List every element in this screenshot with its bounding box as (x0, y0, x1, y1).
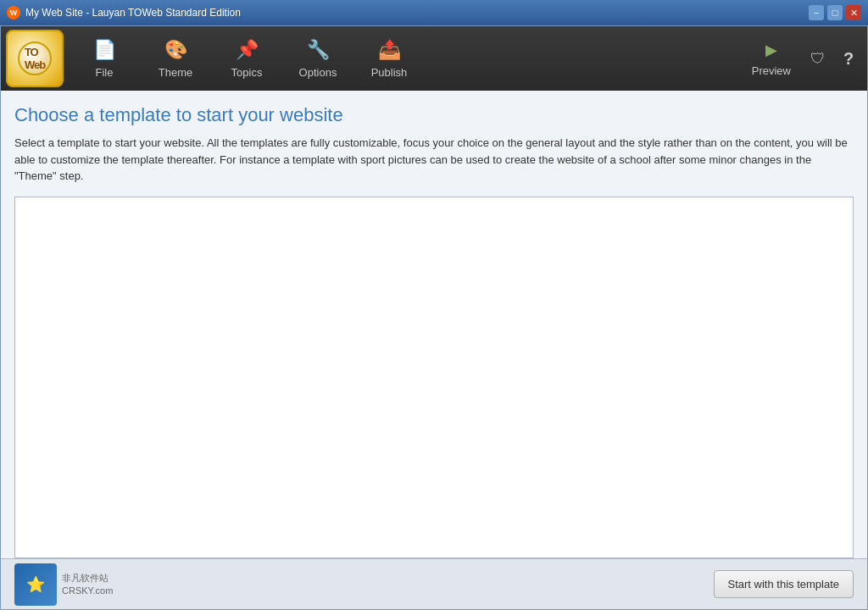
app-icon: W (7, 6, 20, 19)
shield-button[interactable]: 🛡 (804, 45, 832, 72)
nav-item-options[interactable]: 🔧 Options (284, 30, 352, 87)
topics-icon: 📌 (236, 39, 259, 61)
logo-circle: TOWeb (18, 42, 52, 75)
nav-item-theme[interactable]: 🎨 Theme (142, 30, 209, 87)
bottom-bar: ⭐ 非凡软件站CRSKY.com Start with this templat… (1, 558, 867, 609)
window-title: My Web Site - Lauyan TOWeb Standard Edit… (25, 7, 241, 19)
title-bar: W My Web Site - Lauyan TOWeb Standard Ed… (0, 0, 868, 25)
shield-icon: 🛡 (810, 50, 826, 68)
preview-label: Preview (752, 64, 791, 77)
options-icon: 🔧 (307, 39, 330, 61)
topics-label: Topics (231, 66, 263, 79)
theme-icon: 🎨 (164, 39, 187, 61)
page-description: Select a template to start your website.… (14, 135, 854, 185)
crsky-logo-icon: ⭐ (26, 575, 45, 594)
file-icon: 📄 (93, 39, 116, 61)
start-template-button[interactable]: Start with this template (714, 570, 854, 598)
close-button[interactable]: ✕ (846, 5, 861, 20)
toolbar: TOWeb 📄 File 🎨 Theme 📌 Topics 🔧 Options … (1, 26, 867, 91)
crsky-logo: ⭐ (14, 563, 57, 606)
app-window: TOWeb 📄 File 🎨 Theme 📌 Topics 🔧 Options … (0, 25, 868, 610)
theme-label: Theme (159, 66, 192, 79)
help-button[interactable]: ? (835, 45, 862, 72)
title-bar-left: W My Web Site - Lauyan TOWeb Standard Ed… (7, 6, 241, 19)
logo-text: TOWeb (25, 46, 45, 71)
maximize-button[interactable]: □ (827, 5, 843, 20)
page-title: Choose a template to start your website (14, 104, 854, 126)
main-content: Choose a template to start your website … (1, 91, 867, 558)
nav-item-topics[interactable]: 📌 Topics (213, 30, 281, 87)
nav-item-file[interactable]: 📄 File (70, 30, 138, 87)
preview-icon: ▶ (765, 41, 777, 59)
bottom-logo: ⭐ 非凡软件站CRSKY.com (14, 563, 113, 606)
file-label: File (96, 66, 114, 79)
help-icon: ? (843, 49, 854, 69)
publish-label: Publish (371, 66, 408, 79)
publish-icon: 📤 (378, 39, 401, 61)
title-bar-controls: − □ ✕ (809, 5, 861, 20)
nav-item-publish[interactable]: 📤 Publish (355, 30, 423, 87)
nav-item-preview[interactable]: ▶ Preview (742, 30, 801, 87)
minimize-button[interactable]: − (809, 5, 824, 20)
logo-button[interactable]: TOWeb (6, 30, 64, 87)
options-label: Options (299, 66, 337, 79)
template-area (14, 197, 854, 559)
crsky-logo-text: 非凡软件站CRSKY.com (62, 572, 113, 596)
